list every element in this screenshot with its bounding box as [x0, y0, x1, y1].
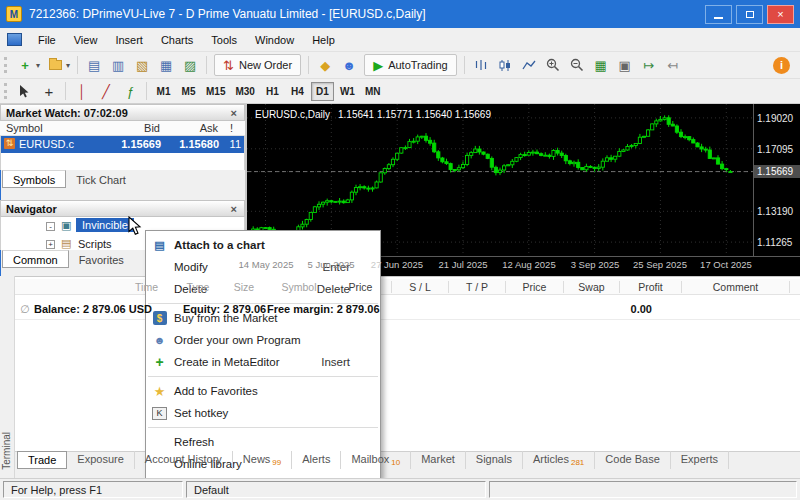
- timeframe-mn[interactable]: MN: [361, 82, 385, 101]
- vertical-line-icon: │: [78, 85, 86, 98]
- candlestick-chart-button[interactable]: [494, 55, 516, 76]
- terminal-tab-code-base[interactable]: Code Base: [595, 451, 670, 469]
- menu-tools[interactable]: Tools: [202, 30, 246, 50]
- market-watch-close-icon[interactable]: ×: [229, 107, 239, 119]
- terminal-tab-news[interactable]: News99: [233, 451, 292, 469]
- cursor-tool-button[interactable]: [14, 81, 36, 102]
- toolbar-grip[interactable]: [4, 83, 7, 99]
- menu-item-attach-to-chart[interactable]: ▤ Attach to a chart: [146, 234, 380, 256]
- market-watch-tabs: Symbols Tick Chart: [0, 170, 245, 188]
- toolbar-separator: [146, 82, 147, 100]
- tree-expander-icon[interactable]: -: [46, 222, 55, 231]
- menu-file[interactable]: File: [29, 30, 65, 50]
- zoom-in-button[interactable]: [542, 55, 564, 76]
- navigator-toggle[interactable]: ▧: [131, 55, 153, 76]
- ask-value: 1.15680: [157, 138, 219, 150]
- autotrading-play-icon: ▶: [373, 59, 383, 72]
- line-chart-button[interactable]: [518, 55, 540, 76]
- zoom-in-icon: [546, 58, 560, 72]
- vertical-line-button[interactable]: │: [71, 81, 93, 102]
- profiles-dropdown[interactable]: ▾: [66, 61, 70, 70]
- trendline-button[interactable]: ╱: [95, 81, 117, 102]
- metaeditor-button[interactable]: ◆: [314, 55, 336, 76]
- timeframe-h4[interactable]: H4: [286, 82, 309, 101]
- menu-window[interactable]: Window: [246, 30, 303, 50]
- navigator-icon: ▧: [136, 59, 148, 72]
- new-chart-dropdown[interactable]: ▾: [36, 61, 40, 70]
- fibonacci-icon: ƒ: [126, 85, 133, 98]
- timeframe-h1[interactable]: H1: [261, 82, 284, 101]
- window-title: 7212366: DPrimeVU-Live 7 - D Prime Vanua…: [29, 7, 426, 21]
- toolbar-separator: [77, 56, 78, 74]
- menu-insert[interactable]: Insert: [106, 30, 152, 50]
- autotrading-button[interactable]: ▶ AutoTrading: [364, 54, 457, 76]
- restore-button[interactable]: [736, 5, 763, 24]
- timeframe-m1[interactable]: M1: [152, 82, 175, 101]
- scripts-folder-icon: ▤: [61, 237, 71, 250]
- terminal-tab-mailbox[interactable]: Mailbox10: [341, 451, 411, 469]
- mt4-window: M 7212366: DPrimeVU-Live 7 - D Prime Van…: [0, 0, 800, 500]
- bar-chart-button[interactable]: [470, 55, 492, 76]
- balance-label: Balance: 2 879.06 USD: [34, 303, 152, 315]
- chart-date-label: 21 Jul 2025: [430, 259, 496, 270]
- terminal-tab-experts[interactable]: Experts: [671, 451, 729, 469]
- zoom-out-button[interactable]: [566, 55, 588, 76]
- terminal-tab-articles[interactable]: Articles281: [523, 451, 595, 469]
- crosshair-tool-button[interactable]: +: [38, 81, 60, 102]
- tab-favorites[interactable]: Favorites: [69, 250, 134, 268]
- blank-icon: [151, 260, 168, 275]
- chart-ohlc-values: 1.15641 1.15771 1.15640 1.15669: [338, 109, 491, 120]
- chart-menu-icon[interactable]: [7, 33, 22, 46]
- community-button[interactable]: i: [773, 57, 790, 74]
- tree-expander-icon[interactable]: +: [46, 240, 55, 249]
- toolbar-grip[interactable]: [4, 57, 7, 73]
- price-tick-label: 1.17095: [757, 144, 793, 155]
- terminal-tab-alerts[interactable]: Alerts: [292, 451, 341, 469]
- terminal-tab-exposure[interactable]: Exposure: [67, 451, 134, 469]
- folder-icon: [49, 60, 62, 70]
- strategy-tester-toggle[interactable]: ▨: [179, 55, 201, 76]
- navigator-item-invincible[interactable]: Invincible: [76, 218, 134, 232]
- timeframe-d1[interactable]: D1: [311, 82, 334, 101]
- menu-help[interactable]: Help: [303, 30, 344, 50]
- terminal-column-header: Symbol: [268, 281, 330, 293]
- free-margin-label: Free margin: 2 879.06: [267, 303, 380, 315]
- chart-shift-button[interactable]: ↤: [662, 55, 684, 76]
- timeframe-m15[interactable]: M15: [202, 82, 229, 101]
- indicators-button[interactable]: ▦: [590, 55, 612, 76]
- menu-item-label: Attach to a chart: [174, 239, 265, 251]
- timeframe-w1[interactable]: W1: [336, 82, 359, 101]
- market-watch-header: Market Watch: 07:02:09 ×: [0, 104, 245, 121]
- market-watch-row-eurusd[interactable]: ⇅ EURUSD.c 1.15669 1.15680 11: [1, 136, 244, 153]
- tab-tick-chart[interactable]: Tick Chart: [66, 170, 136, 188]
- profiles-button[interactable]: [44, 55, 66, 76]
- tab-symbols[interactable]: Symbols: [2, 170, 66, 188]
- terminal-tab-signals[interactable]: Signals: [466, 451, 523, 469]
- terminal-toggle[interactable]: ▦: [155, 55, 177, 76]
- timeframe-m30[interactable]: M30: [231, 82, 258, 101]
- menu-view[interactable]: View: [65, 30, 107, 50]
- data-window-toggle[interactable]: ▥: [107, 55, 129, 76]
- navigator-close-icon[interactable]: ×: [229, 203, 239, 215]
- tab-common[interactable]: Common: [2, 250, 69, 268]
- tile-windows-button[interactable]: ▣: [614, 55, 636, 76]
- minimize-button[interactable]: [705, 5, 732, 24]
- experts-button[interactable]: ☻: [338, 55, 360, 76]
- market-watch-column-header: Symbol Bid Ask !: [0, 121, 245, 136]
- column-ask: Ask: [176, 122, 218, 134]
- new-chart-button[interactable]: +: [14, 55, 36, 76]
- navigator-item-scripts[interactable]: Scripts: [78, 238, 112, 250]
- new-order-button[interactable]: ⇅ New Order: [214, 54, 301, 76]
- menu-charts[interactable]: Charts: [152, 30, 202, 50]
- tab-badge: 10: [391, 458, 400, 467]
- terminal-tab-trade[interactable]: Trade: [17, 451, 67, 469]
- market-watch-toggle[interactable]: ▤: [83, 55, 105, 76]
- symbol-icon: ⇅: [4, 138, 15, 149]
- tile-windows-icon: ▣: [619, 59, 631, 72]
- timeframe-m5[interactable]: M5: [177, 82, 200, 101]
- close-button[interactable]: ×: [767, 5, 794, 24]
- terminal-tab-market[interactable]: Market: [411, 451, 466, 469]
- terminal-tab-account-history[interactable]: Account History: [135, 451, 233, 469]
- auto-scroll-button[interactable]: ↦: [638, 55, 660, 76]
- fibonacci-button[interactable]: ƒ: [119, 81, 141, 102]
